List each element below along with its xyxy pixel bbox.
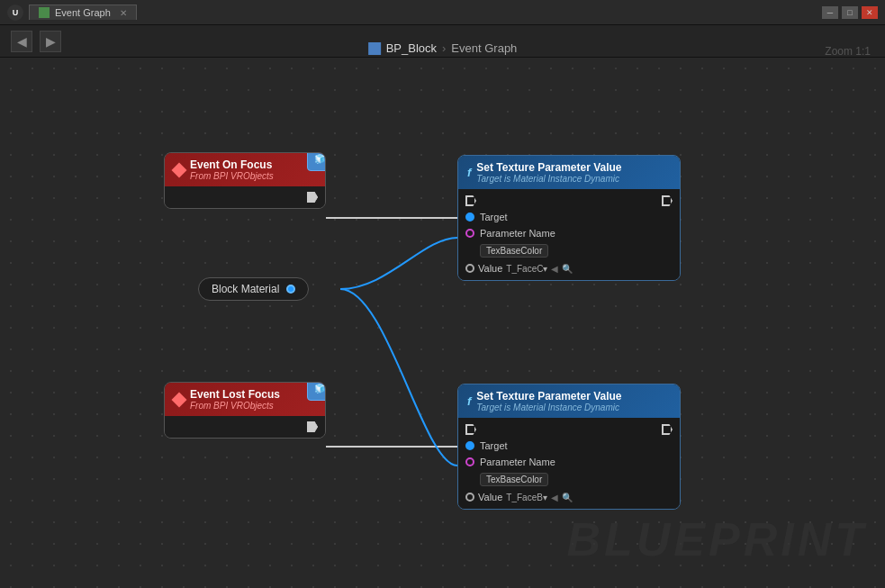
set-texture-2-body: Target Parameter Name TexBaseColor Value… — [458, 418, 680, 509]
pin-left-4: Parameter Name — [465, 457, 555, 467]
set-texture-2-node[interactable]: f Set Texture Parameter Value Target is … — [457, 384, 681, 510]
param-pin[interactable] — [465, 229, 474, 238]
canvas[interactable]: Event On Focus From BPI VRObjects 🧊 Even… — [0, 58, 885, 588]
param-label-2: Parameter Name — [480, 457, 555, 467]
var-output-pin[interactable] — [286, 285, 295, 294]
close-button[interactable]: ✕ — [862, 6, 878, 19]
event-graph-tab[interactable]: Event Graph ✕ — [29, 5, 137, 20]
tab-label: Event Graph — [55, 7, 111, 18]
event-on-focus-title: Event On Focus — [190, 158, 274, 171]
value-back-icon[interactable]: ◀ — [551, 264, 558, 274]
event-lost-focus-header: Event Lost Focus From BPI VRObjects 🧊 — [165, 383, 325, 416]
func-icon-2: f — [467, 394, 471, 408]
exec-row-2 — [458, 421, 680, 438]
event-lost-focus-title: Event Lost Focus — [190, 388, 280, 401]
param-pin-2[interactable] — [465, 457, 474, 466]
event-lost-focus-body — [165, 416, 325, 438]
breadcrumb: BP_Block › Event Graph — [368, 41, 518, 55]
event-lost-focus-avatar: 🧊 — [307, 382, 326, 401]
set-texture-1-title: Set Texture Parameter Value — [476, 161, 621, 174]
event-on-focus-header: Event On Focus From BPI VRObjects 🧊 — [165, 153, 325, 186]
zoom-label: Zoom 1:1 — [825, 45, 871, 58]
event-on-focus-avatar: 🧊 — [307, 152, 326, 171]
exec-out-pin[interactable] — [662, 195, 673, 206]
target-row: Target — [458, 209, 680, 225]
set-texture-1-node[interactable]: f Set Texture Parameter Value Target is … — [457, 155, 681, 281]
set-texture-1-header: f Set Texture Parameter Value Target is … — [458, 156, 680, 189]
value-label-2: Value — [478, 492, 502, 502]
value-row: Value T_FaceC▾ ◀ 🔍 — [458, 260, 680, 276]
event-lost-focus-subtitle: From BPI VRObjects — [190, 401, 280, 411]
block-material-node[interactable]: Block Material — [198, 277, 309, 301]
set-texture-2-subtitle: Target is Material Instance Dynamic — [476, 403, 621, 412]
value-dropdown-2[interactable]: T_FaceB▾ — [506, 493, 547, 502]
set-texture-1-body: Target Parameter Name TexBaseColor Value… — [458, 189, 680, 280]
event-on-focus-node[interactable]: Event On Focus From BPI VRObjects 🧊 — [164, 152, 326, 209]
forward-button[interactable]: ▶ — [40, 31, 61, 52]
pin-left-3: Target — [465, 440, 508, 451]
target-pin-2[interactable] — [465, 441, 474, 450]
exec-out-pin[interactable] — [307, 192, 318, 203]
param-value-row-2: TexBaseColor — [458, 470, 680, 489]
back-button[interactable]: ◀ — [11, 31, 32, 52]
block-material-label: Block Material — [212, 283, 279, 295]
exec-row — [458, 193, 680, 209]
title-bar-controls: ─ □ ✕ — [822, 6, 878, 19]
value-pin[interactable] — [465, 264, 474, 273]
pin-left-2: Parameter Name — [465, 228, 555, 239]
exec-in-pin-2[interactable] — [465, 424, 476, 435]
title-bar-left: U Event Graph ✕ — [7, 5, 137, 21]
value-dropdown[interactable]: T_FaceC▾ — [506, 264, 547, 274]
breadcrumb-icon — [368, 42, 381, 55]
blueprint-watermark: BLUEPRINT — [566, 512, 867, 566]
breadcrumb-separator: › — [442, 41, 446, 55]
target-row-2: Target — [458, 438, 680, 454]
exec-in-pin[interactable] — [465, 195, 476, 206]
breadcrumb-project[interactable]: BP_Block — [386, 41, 437, 55]
minimize-button[interactable]: ─ — [822, 6, 838, 19]
tab-close-icon[interactable]: ✕ — [120, 8, 127, 18]
value-row-2: Value T_FaceB▾ ◀ 🔍 — [458, 489, 680, 505]
pin-left: Target — [465, 212, 508, 222]
value-search-icon-2[interactable]: 🔍 — [562, 493, 573, 502]
param-row: Parameter Name — [458, 225, 680, 241]
event-on-focus-subtitle: From BPI VRObjects — [190, 171, 274, 181]
target-pin[interactable] — [465, 213, 474, 222]
breadcrumb-page: Event Graph — [451, 41, 517, 55]
value-pin-2[interactable] — [465, 493, 474, 502]
set-texture-2-title: Set Texture Parameter Value — [476, 390, 621, 403]
event-on-focus-body — [165, 186, 325, 208]
param-label: Parameter Name — [480, 228, 555, 239]
param-row-2: Parameter Name — [458, 454, 680, 470]
set-texture-2-header: f Set Texture Parameter Value Target is … — [458, 384, 680, 418]
exec-out-pin-2[interactable] — [662, 424, 673, 435]
exec-out-pin-2[interactable] — [307, 421, 318, 432]
target-label: Target — [480, 212, 508, 222]
set-texture-1-subtitle: Target is Material Instance Dynamic — [476, 174, 621, 184]
param-value-row: TexBaseColor — [458, 241, 680, 260]
value-back-icon-2[interactable]: ◀ — [551, 493, 558, 502]
title-bar: U Event Graph ✕ ─ □ ✕ — [0, 0, 885, 25]
connections-svg — [0, 58, 885, 588]
value-label: Value — [478, 263, 502, 274]
ue-logo: U — [7, 5, 23, 21]
tab-icon — [39, 7, 50, 18]
event-lost-focus-node[interactable]: Event Lost Focus From BPI VRObjects 🧊 — [164, 382, 326, 439]
func-icon: f — [467, 166, 471, 179]
target-label-2: Target — [480, 440, 508, 451]
value-search-icon[interactable]: 🔍 — [562, 264, 573, 274]
param-value-box[interactable]: TexBaseColor — [480, 244, 548, 258]
event-diamond-icon — [172, 162, 187, 177]
param-value-box-2[interactable]: TexBaseColor — [480, 473, 548, 486]
maximize-button[interactable]: □ — [842, 6, 858, 19]
event-lost-diamond-icon — [172, 392, 187, 407]
